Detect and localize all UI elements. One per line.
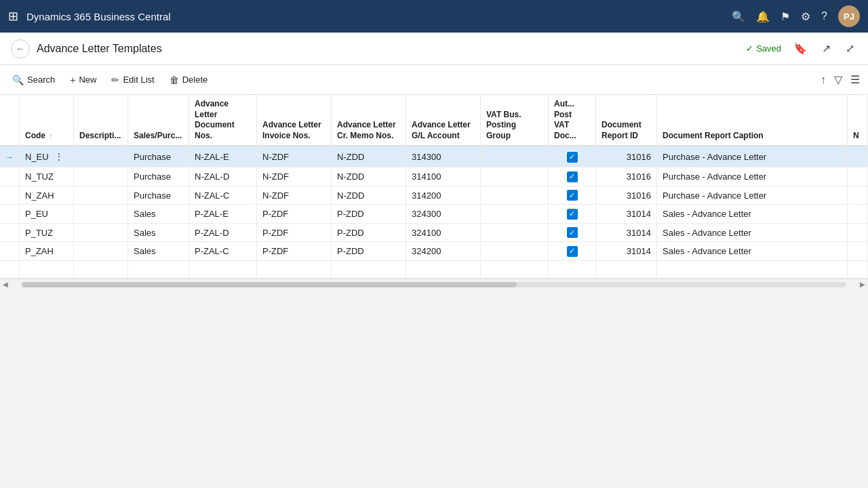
row-auto-post-vat: ✓	[549, 146, 596, 167]
table-row[interactable]: N_TUZPurchaseN-ZAL-DN-ZDFN-ZDD314100✓310…	[0, 167, 868, 186]
row-vat-bus-posting	[481, 205, 549, 224]
row-al-gl-account: 314200	[406, 186, 481, 205]
fullscreen-button[interactable]: ⤢	[843, 39, 857, 58]
row-description	[74, 146, 128, 167]
row-more-column	[848, 223, 868, 242]
row-doc-report-caption: Sales - Advance Letter	[657, 223, 848, 242]
row-auto-post-vat: ✓	[549, 223, 596, 242]
row-action-button[interactable]: ⋮	[52, 150, 66, 163]
table-row[interactable]: →N_EU⋮PurchaseN-ZAL-EN-ZDFN-ZDD314300✓31…	[0, 146, 868, 167]
table-row[interactable]: P_TUZSalesP-ZAL-DP-ZDFP-ZDD324100✓31014S…	[0, 223, 868, 242]
column-header-more: N	[848, 95, 868, 146]
sort-icon-code: ↑	[49, 132, 52, 140]
new-button[interactable]: + New	[63, 71, 103, 89]
row-description	[74, 223, 128, 242]
filter-button[interactable]: ▽	[831, 70, 845, 89]
row-code[interactable]: N_ZAH	[20, 186, 74, 205]
row-al-invoice-nos: P-ZDF	[257, 223, 332, 242]
row-al-gl-account: 314100	[406, 167, 481, 186]
table-row[interactable]: P_ZAHSalesP-ZAL-CP-ZDFP-ZDD324200✓31014S…	[0, 242, 868, 261]
row-code[interactable]: P_EU	[20, 205, 74, 224]
bookmark-button[interactable]: 🔖	[791, 39, 810, 58]
scrollbar-thumb[interactable]	[22, 282, 517, 287]
table-row[interactable]: N_ZAHPurchaseN-ZAL-CN-ZDFN-ZDD314200✓310…	[0, 186, 868, 205]
search-icon[interactable]: 🔍	[732, 10, 745, 23]
column-header-al-doc-nos[interactable]: Advance LetterDocumentNos.	[189, 95, 257, 146]
horizontal-scrollbar[interactable]: ◀ ▶	[0, 279, 868, 290]
row-al-cr-memo-nos: P-ZDD	[332, 242, 406, 261]
delete-icon: 🗑	[170, 75, 179, 85]
app-grid-icon[interactable]: ⊞	[8, 9, 18, 24]
row-sales-purch: Sales	[128, 242, 189, 261]
user-avatar[interactable]: PJ	[838, 5, 860, 27]
scroll-left-arrow[interactable]: ◀	[3, 281, 8, 288]
data-table-container: Code ↑ Descripti... Sales/Purc... Advanc…	[0, 95, 868, 279]
column-header-al-invoice-nos[interactable]: Advance LetterInvoice Nos.	[257, 95, 332, 146]
table-empty-row	[0, 260, 868, 278]
row-doc-report-id: 31016	[596, 146, 657, 167]
column-header-code[interactable]: Code ↑	[20, 95, 74, 146]
row-doc-report-caption: Sales - Advance Letter	[657, 242, 848, 261]
row-vat-bus-posting	[481, 167, 549, 186]
edit-list-button[interactable]: ✏ Edit List	[104, 71, 161, 89]
page-title: Advance Letter Templates	[37, 43, 162, 55]
column-header-al-cr-memo-nos[interactable]: Advance LetterCr. Memo Nos.	[332, 95, 406, 146]
flag-icon[interactable]: ⚑	[781, 10, 790, 23]
row-more-column	[848, 205, 868, 224]
empty-cell	[657, 260, 848, 278]
row-al-doc-nos: N-ZAL-E	[189, 146, 257, 167]
row-code[interactable]: N_EU⋮	[20, 146, 74, 167]
edit-list-icon: ✏	[111, 75, 119, 85]
row-doc-report-caption: Purchase - Advance Letter	[657, 146, 848, 167]
empty-cell	[406, 260, 481, 278]
column-header-arrow	[0, 95, 20, 146]
row-auto-post-vat: ✓	[549, 167, 596, 186]
row-arrow-cell	[0, 186, 20, 205]
settings-icon[interactable]: ⚙	[801, 10, 810, 23]
row-arrow-cell	[0, 167, 20, 186]
row-more-column	[848, 242, 868, 261]
empty-cell	[189, 260, 257, 278]
row-al-cr-memo-nos: P-ZDD	[332, 223, 406, 242]
row-code[interactable]: N_TUZ	[20, 167, 74, 186]
row-al-doc-nos: N-ZAL-C	[189, 186, 257, 205]
toolbar: 🔍 Search + New ✏ Edit List 🗑 Delete ↑ ▽ …	[0, 65, 868, 95]
open-in-new-button[interactable]: ↗	[819, 39, 833, 58]
columns-button[interactable]: ☰	[848, 70, 863, 89]
top-navigation-bar: ⊞ Dynamics 365 Business Central 🔍 🔔 ⚑ ⚙ …	[0, 0, 868, 33]
row-description	[74, 167, 128, 186]
row-doc-report-id: 31014	[596, 205, 657, 224]
column-header-doc-report-caption[interactable]: Document Report Caption	[657, 95, 848, 146]
checkbox-checked-icon: ✓	[567, 190, 578, 201]
back-button[interactable]: ←	[11, 39, 30, 58]
notification-icon[interactable]: 🔔	[756, 10, 770, 23]
scrollbar-track[interactable]	[22, 282, 846, 287]
help-icon[interactable]: ?	[821, 10, 827, 22]
page-header: ← Advance Letter Templates ✓ Saved 🔖 ↗ ⤢	[0, 33, 868, 65]
row-al-cr-memo-nos: N-ZDD	[332, 167, 406, 186]
row-al-invoice-nos: N-ZDF	[257, 186, 332, 205]
column-header-sales-purch[interactable]: Sales/Purc...	[128, 95, 189, 146]
search-button[interactable]: 🔍 Search	[5, 71, 62, 89]
column-header-al-gl-account[interactable]: Advance LetterG/L Account	[406, 95, 481, 146]
row-vat-bus-posting	[481, 186, 549, 205]
scroll-right-arrow[interactable]: ▶	[860, 281, 865, 288]
checkbox-checked-icon: ✓	[567, 246, 578, 257]
row-doc-report-caption: Sales - Advance Letter	[657, 205, 848, 224]
column-header-vat-bus-posting[interactable]: VAT Bus.Posting Group	[481, 95, 549, 146]
delete-button[interactable]: 🗑 Delete	[163, 71, 215, 89]
row-al-doc-nos: N-ZAL-D	[189, 167, 257, 186]
row-doc-report-id: 31014	[596, 223, 657, 242]
empty-cell	[20, 260, 74, 278]
row-al-gl-account: 314300	[406, 146, 481, 167]
row-code[interactable]: P_TUZ	[20, 223, 74, 242]
column-header-description[interactable]: Descripti...	[74, 95, 128, 146]
empty-cell	[74, 260, 128, 278]
row-code[interactable]: P_ZAH	[20, 242, 74, 261]
check-icon: ✓	[746, 43, 753, 54]
column-header-auto-post-vat[interactable]: Aut...PostVATDoc...	[549, 95, 596, 146]
column-header-doc-report-id[interactable]: DocumentReport ID	[596, 95, 657, 146]
empty-cell	[481, 260, 549, 278]
table-row[interactable]: P_EUSalesP-ZAL-EP-ZDFP-ZDD324300✓31014Sa…	[0, 205, 868, 224]
share-button[interactable]: ↑	[818, 71, 829, 89]
